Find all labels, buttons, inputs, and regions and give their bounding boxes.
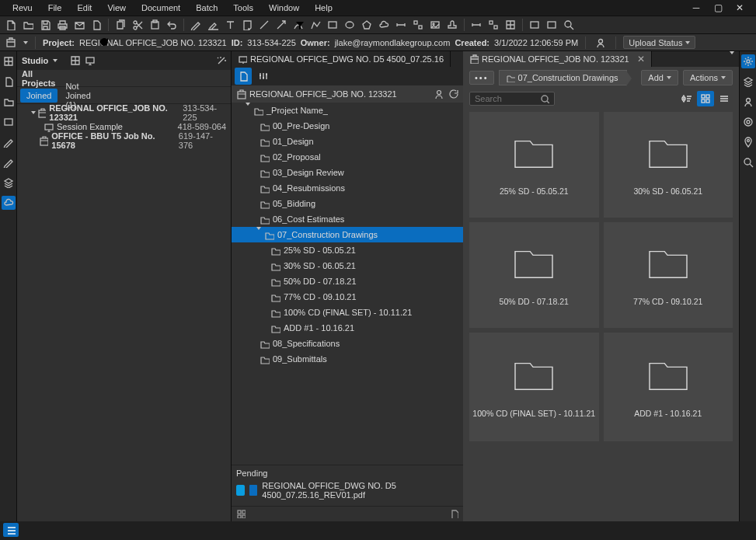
close-tab-icon[interactable]: ✕ [637,54,645,64]
project-icon[interactable] [3,35,19,51]
menu-window[interactable]: Window [261,0,307,16]
folder-grid: 25% SD - 05.05.2130% SD - 06.05.2150% DD… [463,109,739,521]
nav-folder-row[interactable]: 06_Cost Estimates [232,211,463,227]
menu-edit[interactable]: Edit [69,0,99,16]
window-minimize[interactable]: ─ [691,2,702,13]
upload-status-button[interactable]: Upload Status [623,36,695,49]
nav-files-tab[interactable] [235,68,252,85]
content-tab-bar: REGIONAL OFFICE_JOB NO. 123321 ✕ [463,51,739,67]
nav-folder-row[interactable]: 01_Design [232,134,463,149]
breadcrumb-item[interactable]: 07_Construction Drawings [499,70,627,85]
folder-card[interactable]: 77% CD - 09.10.21 [604,222,733,328]
nav-folder-row[interactable]: ADD #1 - 10.16.21 [232,320,463,336]
nav-folder-row[interactable]: 100% CD (FINAL SET) - 10.11.21 [232,305,463,320]
window-maximize[interactable]: ▢ [712,2,723,13]
window-close[interactable]: ✕ [734,2,745,13]
pending-status-icon [236,485,245,496]
rail-search-r[interactable] [741,155,755,169]
menu-file[interactable]: File [40,0,70,16]
project-row[interactable]: REGIONAL OFFICE_JOB NO. 123321 313-534-2… [17,106,231,120]
menu-revu[interactable]: Revu [5,0,40,16]
folder-card[interactable]: 100% CD (FINAL SET) - 10.11.21 [469,333,599,441]
rail-measurements[interactable] [741,115,755,129]
pending-file-row[interactable]: REGIONAL OFFICE_DWG NO. D5 4500_07.25.16… [236,478,458,503]
tab-joined[interactable]: Joined [20,89,57,103]
nav-project-name: REGIONAL OFFICE_JOB NO. 123321 [249,89,397,99]
rail-user-r[interactable] [741,95,755,109]
rail-thumbnails[interactable] [2,54,16,68]
pan-button[interactable] [527,17,542,33]
open-button[interactable] [20,17,36,33]
nav-folder-row[interactable]: 05_Bidding [232,196,463,211]
add-button[interactable]: Add [641,70,678,85]
nav-folder-row[interactable]: 09_Submittals [232,351,463,367]
nav-folder-row[interactable]: 77% CD - 09.10.21 [232,289,463,305]
menu-batch[interactable]: Batch [188,0,225,16]
breadcrumb-overflow[interactable]: ••• [469,71,494,85]
folder-card[interactable]: 25% SD - 05.05.21 [469,112,599,218]
menu-help[interactable]: Help [307,0,340,16]
nav-folder-row[interactable]: 08_Specifications [232,336,463,351]
sort-button[interactable] [678,91,695,106]
nav-folder-row[interactable]: _Project Name_ [232,103,463,118]
content-panel: REGIONAL OFFICE_JOB NO. 123321 ✕ ••• 07_… [463,51,739,521]
nav-folder-row[interactable]: 00_Pre-Design [232,118,463,134]
menu-tools[interactable]: Tools [225,0,261,16]
nav-folder-row[interactable]: 30% SD - 06.05.21 [232,258,463,273]
search-box[interactable] [469,92,555,106]
folder-card[interactable]: ADD #1 - 10.16.21 [604,333,733,441]
nav-user-icon[interactable] [434,89,444,100]
menu-view[interactable]: View [99,0,134,16]
new-button[interactable] [3,17,19,33]
rail-layers[interactable] [2,176,16,190]
rail-places[interactable] [741,135,755,149]
menu-bar: Revu File Edit View Document Batch Tools… [0,0,756,16]
project-dropdown-icon[interactable] [23,41,28,44]
markups-list-button[interactable] [3,523,19,537]
folder-card[interactable]: 50% DD - 07.18.21 [469,222,599,328]
toolbar-row [463,89,739,109]
all-projects-label: All Projects [22,69,55,88]
nav-foot-grid-icon[interactable] [236,509,246,520]
search-input[interactable] [475,94,529,103]
nav-folder-row[interactable]: 50% DD - 07.18.21 [232,273,463,289]
project-row[interactable]: OFFICE - BBU T5 Job No. 15678 619-147-37… [17,134,231,148]
nav-folder-row[interactable]: 03_Design Review [232,165,463,180]
save-button[interactable] [37,17,53,33]
tile-view-button[interactable] [697,91,714,106]
nav-panel: REGIONAL OFFICE_DWG NO. D5 4500_07.25.16… [232,51,463,521]
list-view-button[interactable] [716,91,733,106]
select-button[interactable] [544,17,559,33]
nav-folder-row[interactable]: 07_Construction Drawings [232,227,463,242]
nav-foot-doc-icon[interactable] [449,509,458,520]
studio-tree: REGIONAL OFFICE_JOB NO. 123321 313-534-2… [17,104,231,521]
zoom-button[interactable] [561,17,577,33]
search-icon [540,94,549,103]
user-search-button[interactable] [593,35,608,51]
nav-folder-row[interactable]: 25% SD - 05.05.21 [232,242,463,258]
rail-bookmarks[interactable] [2,75,16,89]
nav-folder-row[interactable]: 04_Resubmissions [232,180,463,196]
nav-folder-row[interactable]: 02_Proposal [232,149,463,165]
document-tab[interactable]: REGIONAL OFFICE_DWG NO. D5 4500_07.25.16 [232,51,451,67]
nav-project-row: REGIONAL OFFICE_JOB NO. 123321 [232,85,463,103]
rail-tools[interactable] [2,115,16,129]
tab-overflow-icon[interactable] [725,54,739,64]
nav-sync-icon[interactable] [448,89,458,100]
rail-files[interactable] [2,95,16,109]
rail-properties[interactable] [741,54,755,68]
nav-footer [232,506,463,521]
menu-document[interactable]: Document [134,0,188,16]
nav-settings-tab[interactable] [255,68,272,85]
content-tab[interactable]: REGIONAL OFFICE_JOB NO. 123321 ✕ [463,51,652,67]
rail-studio[interactable] [2,196,16,210]
folder-card[interactable]: 30% SD - 06.05.21 [604,112,733,218]
studio-title: Studio [22,56,48,65]
document-tabs: REGIONAL OFFICE_DWG NO. D5 4500_07.25.16 [232,51,463,67]
nav-tab-strip [232,67,463,85]
rail-layers-r[interactable] [741,75,755,89]
actions-button[interactable]: Actions [683,70,733,85]
pending-section: Pending REGIONAL OFFICE_DWG NO. D5 4500_… [232,465,463,506]
rail-markups[interactable] [2,135,16,149]
rail-signatures[interactable] [2,155,16,169]
